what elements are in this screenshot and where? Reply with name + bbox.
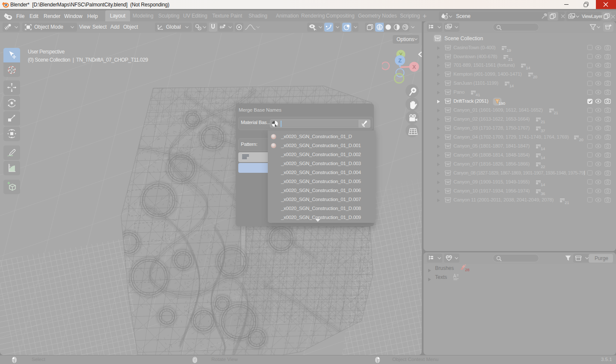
svg-text:X: X bbox=[412, 64, 416, 70]
svg-text:Z: Z bbox=[398, 57, 402, 64]
